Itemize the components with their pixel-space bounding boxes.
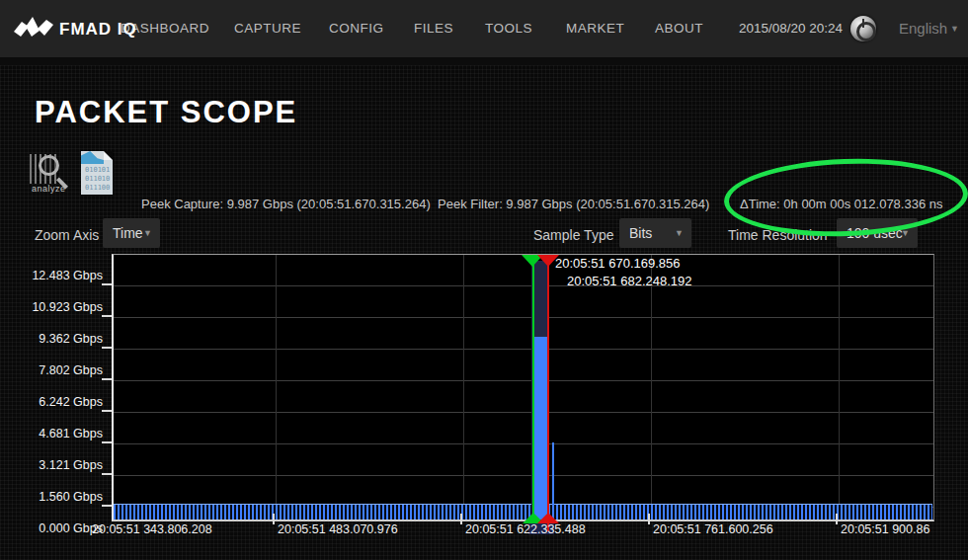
pcap-file-icon[interactable]: 010101 011010 011100 xyxy=(81,151,113,195)
y-axis-tick xyxy=(102,410,112,412)
peek-filter-stat: Peek Filter: 9.987 Gbps (20:05:51.670.31… xyxy=(438,197,709,211)
y-axis-tick xyxy=(102,441,112,443)
gridline xyxy=(114,412,933,413)
traffic-spike-bar xyxy=(532,337,548,520)
magnifier-icon xyxy=(39,155,59,176)
chevron-down-icon: ▼ xyxy=(675,218,684,248)
nav-item-market[interactable]: MARKET xyxy=(566,21,624,36)
y-axis-tick-label: 7.802 Gbps xyxy=(4,363,103,377)
x-axis-tick xyxy=(460,514,462,524)
y-axis-tick-label: 9.362 Gbps xyxy=(4,332,103,346)
time-resolution-select[interactable]: 100 usec ▼ xyxy=(837,218,918,248)
nav-item-tools[interactable]: TOOLS xyxy=(485,21,532,36)
y-axis-tick-label: 4.681 Gbps xyxy=(4,427,103,440)
x-axis-tick-label: 20:05:51 761.600.256 xyxy=(653,522,773,536)
y-axis-tick-label: 1.560 Gbps xyxy=(4,490,103,504)
nav-item-files[interactable]: FILES xyxy=(414,21,453,36)
analyze-icon[interactable]: analyze xyxy=(30,153,74,194)
delta-time-stat: ΔTime: 0h 00m 00s 012.078.336 ns xyxy=(740,197,943,211)
gridline xyxy=(651,255,652,520)
power-icon[interactable] xyxy=(850,16,876,41)
packet-scope-chart[interactable]: 20:05:51 670.169.856 20:05:51 682.248.19… xyxy=(112,254,934,521)
analyze-icon-label: analyze xyxy=(32,184,66,194)
selection-end-line[interactable] xyxy=(547,259,549,531)
chevron-down-icon: ▼ xyxy=(143,218,152,248)
sample-type-value: Bits xyxy=(629,225,652,241)
y-axis-tick xyxy=(102,347,112,349)
x-axis-tick xyxy=(836,514,838,524)
gridline xyxy=(839,255,840,520)
x-axis-tick-label: 20:05:51 343.806.208 xyxy=(92,522,212,536)
y-axis-tick xyxy=(102,473,112,475)
y-axis-tick-label: 0.000 Gbps xyxy=(4,521,103,535)
nav-item-capture[interactable]: CAPTURE xyxy=(234,21,301,36)
gridline xyxy=(114,285,933,286)
time-resolution-label: Time Resolution xyxy=(728,227,828,243)
gridline xyxy=(114,443,933,444)
y-axis-tick xyxy=(102,505,112,507)
x-axis-tick-label: 20:05:51 483.070.976 xyxy=(278,522,398,536)
binary-text: 010101 011010 011100 xyxy=(85,166,110,193)
y-axis-tick-label: 6.242 Gbps xyxy=(4,395,103,409)
zoom-axis-select[interactable]: Time ▼ xyxy=(103,218,160,248)
selection-start-line[interactable] xyxy=(532,265,534,516)
y-axis-tick-label: 12.483 Gbps xyxy=(4,269,103,282)
sample-type-select[interactable]: Bits ▼ xyxy=(619,218,691,248)
sample-type-label: Sample Type xyxy=(533,227,613,243)
page-title: PACKET SCOPE xyxy=(35,95,297,130)
y-axis-tick xyxy=(102,378,112,380)
gridline xyxy=(114,349,933,350)
gridline xyxy=(114,317,933,318)
x-axis-tick xyxy=(273,514,275,524)
language-chevron-down-icon[interactable]: ▼ xyxy=(950,24,959,34)
shark-fin-icon xyxy=(81,151,104,164)
nav-bottom-shadow xyxy=(0,57,968,65)
selection-end-timestamp: 20:05:51 682.248.192 xyxy=(567,274,692,288)
logo-text: FMAD IQ xyxy=(59,20,137,40)
fmad-logo-icon xyxy=(13,14,56,47)
nav-datetime: 2015/08/20 20:24 xyxy=(739,21,843,36)
zoom-axis-value: Time xyxy=(113,225,143,241)
y-axis-tick xyxy=(102,283,112,285)
time-resolution-value: 100 usec xyxy=(847,225,903,241)
gridline xyxy=(463,255,464,520)
language-selector[interactable]: English xyxy=(899,20,947,37)
x-axis-tick xyxy=(648,514,650,524)
x-axis-tick-label: 20:05:51 900.86 xyxy=(841,522,929,536)
y-axis-tick-label: 3.121 Gbps xyxy=(4,458,103,472)
gridline xyxy=(114,380,933,381)
x-axis-tick-label: 20:05:51 622.335.488 xyxy=(465,522,586,536)
top-nav-bar: FMAD IQ DASHBOARD CAPTURE CONFIG FILES T… xyxy=(0,0,968,57)
y-axis-tick xyxy=(102,315,112,317)
y-axis-tick-label: 10.923 Gbps xyxy=(4,300,103,314)
gridline xyxy=(114,475,933,476)
nav-item-config[interactable]: CONFIG xyxy=(329,21,384,36)
peek-capture-stat: Peek Capture: 9.987 Gbps (20:05:51.670.3… xyxy=(141,197,431,211)
selection-start-timestamp: 20:05:51 670.169.856 xyxy=(555,256,681,271)
page-fold-corner xyxy=(104,151,113,160)
zoom-axis-label: Zoom Axis xyxy=(35,227,99,243)
nav-item-about[interactable]: ABOUT xyxy=(655,21,703,36)
secondary-spike-bar xyxy=(552,442,554,505)
gridline xyxy=(276,255,277,520)
chevron-down-icon: ▼ xyxy=(901,218,910,248)
